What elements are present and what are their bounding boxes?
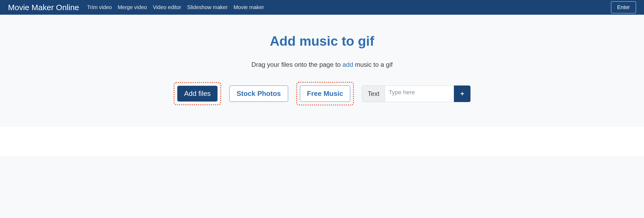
nav-trim-video[interactable]: Trim video	[87, 4, 112, 10]
add-link[interactable]: add	[343, 61, 353, 68]
text-input[interactable]	[385, 85, 454, 102]
below-hero	[0, 127, 644, 156]
subtitle-pre: Drag your files onto the page to	[251, 61, 343, 68]
hero-section: Add music to gif Drag your files onto th…	[0, 15, 644, 127]
free-music-highlight: Free Music	[296, 82, 354, 106]
subtitle-post: music to a gif	[353, 61, 393, 68]
free-music-button[interactable]: Free Music	[300, 85, 351, 102]
nav-slideshow-maker[interactable]: Slideshow maker	[187, 4, 228, 10]
navbar: Movie Maker Online Trim video Merge vide…	[0, 0, 644, 15]
plus-icon: +	[460, 90, 464, 98]
controls-row: Add files Stock Photos Free Music Text +	[0, 82, 644, 106]
add-files-button[interactable]: Add files	[177, 86, 218, 102]
text-input-group: Text +	[362, 85, 470, 102]
nav-movie-maker[interactable]: Movie maker	[234, 4, 264, 10]
add-text-button[interactable]: +	[454, 85, 470, 102]
nav-links: Trim video Merge video Video editor Slid…	[87, 4, 611, 10]
enter-button[interactable]: Enter	[611, 1, 636, 13]
nav-video-editor[interactable]: Video editor	[153, 4, 181, 10]
page-title: Add music to gif	[0, 33, 644, 49]
stock-photos-button[interactable]: Stock Photos	[229, 85, 288, 102]
nav-merge-video[interactable]: Merge video	[118, 4, 147, 10]
brand-logo[interactable]: Movie Maker Online	[8, 3, 79, 12]
text-label: Text	[362, 85, 385, 102]
add-files-highlight: Add files	[174, 82, 222, 105]
hero-subtitle: Drag your files onto the page to add mus…	[0, 61, 644, 68]
